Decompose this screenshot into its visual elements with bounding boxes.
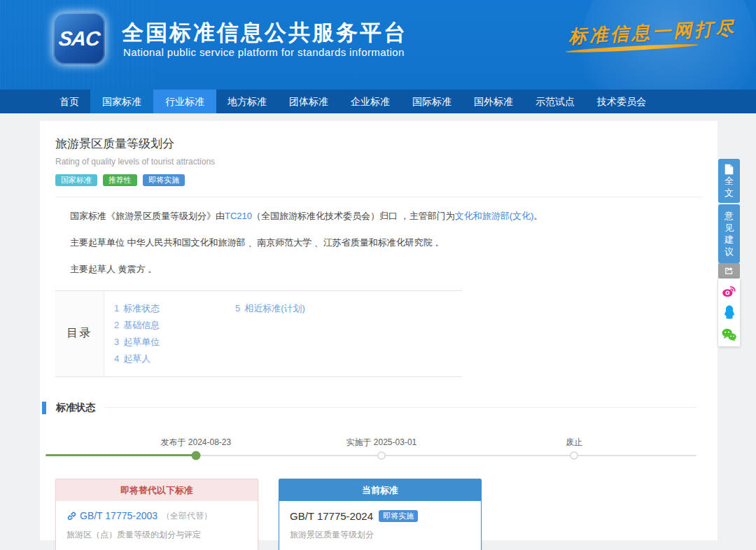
replaced-card-header: 即将替代以下标准: [56, 479, 258, 501]
nav-item-local-standards[interactable]: 地方标准: [216, 90, 278, 113]
toc-link-status[interactable]: 1标准状态: [114, 300, 235, 317]
nav-item-national-standards[interactable]: 国家标准: [90, 90, 153, 113]
intro-text: （全国旅游标准化技术委员会）归口 ，主管部门为: [252, 211, 455, 221]
drafters-line: 主要起草人 黄震方 。: [70, 263, 696, 276]
tc210-link[interactable]: TC210: [225, 211, 252, 221]
replaced-standard-note: （全部代替）: [162, 510, 212, 522]
tag-national-standard: 国家标准: [55, 174, 97, 186]
toc-link-drafters[interactable]: 4起草人: [114, 351, 235, 367]
timeline-dot-abolished[interactable]: [570, 451, 578, 460]
ministry-link[interactable]: 文化和旅游部(文化): [455, 211, 534, 221]
intro-text: 。: [533, 211, 542, 221]
nav-item-group-standards[interactable]: 团体标准: [278, 90, 340, 113]
toc-text: 起草单位: [123, 337, 160, 347]
intro-text: 国家标准《旅游景区质量等级划分》由: [70, 211, 225, 221]
tag-list: 国家标准 推荐性 即将实施: [55, 174, 702, 186]
toc-text: 基础信息: [123, 320, 160, 330]
sac-logo-text: SAC: [57, 27, 101, 50]
nav-item-international-standards[interactable]: 国际标准: [401, 90, 463, 113]
drafting-units-line: 主要起草单位 中华人民共和国文化和旅游部 、南京师范大学 、江苏省质量和标准化研…: [70, 237, 696, 249]
current-standard-card: 当前标准 GB/T 17775-2024 即将实施 旅游景区质量等级划分: [279, 479, 482, 550]
toc-column-2: 5相近标准(计划): [235, 300, 305, 367]
timeline-label-published: 发布于 2024-08-23: [160, 437, 231, 449]
replaced-standard-name: 旅游区（点）质量等级的划分与评定: [66, 529, 247, 541]
feedback-label: 意见建议: [724, 210, 734, 258]
toc-num: 5: [235, 303, 240, 313]
upcoming-badge: 即将实施: [379, 510, 418, 522]
toc-column-1: 1标准状态 2基础信息 3起草单位 4起草人: [114, 300, 235, 367]
nav-item-technical-committee[interactable]: 技术委员会: [586, 90, 657, 113]
document-icon: [724, 164, 734, 175]
wechat-icon[interactable]: [721, 327, 737, 342]
toc-body: 1标准状态 2基础信息 3起草单位 4起草人 5相近标准(计划): [104, 291, 305, 376]
nav-item-industry-standards[interactable]: 行业标准: [153, 90, 216, 113]
status-section-title: 标准状态: [56, 402, 95, 414]
replaced-standard-code-link[interactable]: GB/T 17775-2003: [80, 510, 158, 521]
current-standard-name: 旅游景区质量等级划分: [290, 529, 470, 541]
nav-item-enterprise-standards[interactable]: 企业标准: [340, 90, 401, 113]
toc-num: 1: [114, 303, 119, 313]
toc-text: 起草人: [123, 353, 150, 364]
nav-item-foreign-standards[interactable]: 国外标准: [463, 90, 524, 113]
tag-recommended: 推荐性: [103, 174, 137, 186]
qq-icon[interactable]: [722, 304, 737, 321]
toc-num: 3: [114, 337, 119, 347]
timeline-label-abolished: 废止: [566, 437, 582, 449]
link-icon: [66, 511, 77, 521]
standard-title-block: 旅游景区质量等级划分 Rating of quality levels of t…: [40, 121, 718, 197]
feedback-button[interactable]: 意见建议: [718, 204, 740, 263]
timeline-dot-published[interactable]: [191, 451, 200, 460]
sac-logo[interactable]: SAC: [53, 13, 105, 64]
timeline-dot-implemented[interactable]: [377, 451, 386, 460]
current-standard-code: GB/T 17775-2024: [290, 510, 373, 522]
toc-box: 目录 1标准状态 2基础信息 3起草单位 4起草人 5相近标准(计划): [55, 290, 462, 377]
status-timeline: 发布于 2024-08-23 实施于 2025-03-01 废止: [46, 424, 696, 460]
replaced-card-body: GB/T 17775-2003 （全部代替） 旅游区（点）质量等级的划分与评定: [56, 501, 258, 550]
site-title: 全国标准信息公共服务平台: [122, 18, 407, 48]
nav-item-demonstration-pilot[interactable]: 示范试点: [524, 90, 586, 113]
share-icon: [724, 266, 734, 276]
content-card: 旅游景区质量等级划分 Rating of quality levels of t…: [40, 121, 718, 540]
weibo-icon[interactable]: [721, 283, 737, 298]
status-section-header: 标准状态: [42, 402, 696, 414]
toc-num: 2: [114, 320, 119, 330]
section-accent-bar: [42, 402, 46, 414]
toc-text: 相近标准(计划): [244, 303, 305, 313]
toc-link-basic-info[interactable]: 2基础信息: [114, 317, 235, 334]
toc-link-similar-standards[interactable]: 5相近标准(计划): [235, 300, 305, 317]
intro-paragraphs: 国家标准《旅游景区质量等级划分》由TC210（全国旅游标准化技术委员会）归口 ，…: [40, 197, 718, 276]
toc-text: 标准状态: [123, 303, 160, 313]
current-card-line: GB/T 17775-2024 即将实施: [290, 510, 470, 522]
share-button[interactable]: [718, 263, 740, 278]
fulltext-label: 全文: [724, 175, 734, 199]
fulltext-button[interactable]: 全文: [718, 159, 740, 203]
nav-item-home[interactable]: 首页: [48, 90, 90, 113]
replaced-standard-card: 即将替代以下标准 GB/T 17775-2003 （全部代替） 旅游区（点）质量…: [55, 479, 258, 550]
toc-num: 4: [114, 353, 119, 364]
toc-label: 目录: [55, 291, 104, 376]
page: SAC 全国标准信息公共服务平台 National public service…: [0, 0, 756, 550]
social-share-panel: [718, 278, 740, 346]
standard-cards: 即将替代以下标准 GB/T 17775-2003 （全部代替） 旅游区（点）质量…: [55, 479, 718, 550]
current-card-body: GB/T 17775-2024 即将实施 旅游景区质量等级划分: [279, 501, 481, 550]
toc-link-drafting-units[interactable]: 3起草单位: [114, 334, 235, 351]
tag-upcoming: 即将实施: [143, 174, 185, 186]
intro-line: 国家标准《旅游景区质量等级划分》由TC210（全国旅游标准化技术委员会）归口 ，…: [70, 210, 696, 223]
replaced-card-line: GB/T 17775-2003 （全部代替）: [66, 510, 247, 522]
header-banner: SAC 全国标准信息公共服务平台 National public service…: [0, 0, 756, 90]
timeline-label-implemented: 实施于 2025-03-01: [346, 437, 417, 449]
current-card-header: 当前标准: [279, 479, 481, 501]
section-header-line: [105, 407, 696, 408]
timeline-progress: [46, 454, 196, 456]
site-subtitle: National public service platform for sta…: [123, 46, 405, 58]
page-title: 旅游景区质量等级划分: [55, 136, 702, 152]
page-title-english: Rating of quality levels of tourist attr…: [55, 157, 702, 167]
main-nav: 首页 国家标准 行业标准 地方标准 团体标准 企业标准 国际标准 国外标准 示范…: [0, 90, 756, 113]
